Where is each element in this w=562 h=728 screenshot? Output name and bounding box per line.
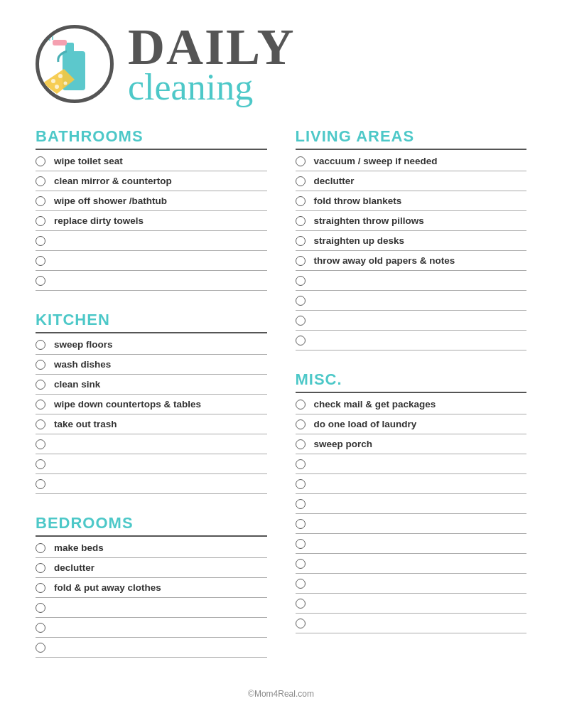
empty-checklist-item (296, 594, 527, 614)
svg-point-5 (58, 74, 63, 78)
checklist-item[interactable]: throw away old papers & notes (296, 251, 527, 271)
item-label: straighten throw pillows (314, 215, 424, 226)
empty-checklist-item (36, 434, 267, 454)
check-circle[interactable] (36, 236, 45, 246)
check-circle[interactable] (296, 400, 306, 410)
check-circle[interactable] (36, 256, 45, 266)
checklist-item[interactable]: wipe off shower /bathtub (36, 191, 267, 211)
empty-checklist-item (36, 638, 267, 658)
check-circle[interactable] (296, 296, 306, 306)
checklist-item[interactable]: vaccuum / sweep if needed (296, 151, 527, 171)
checklist-item[interactable]: declutter (296, 171, 527, 191)
checklist-item[interactable]: do one load of laundry (296, 414, 527, 434)
check-circle[interactable] (296, 499, 306, 509)
check-circle[interactable] (36, 479, 45, 489)
svg-point-6 (55, 85, 59, 89)
check-circle[interactable] (296, 459, 306, 469)
check-circle[interactable] (296, 579, 306, 589)
check-circle[interactable] (296, 216, 306, 226)
check-circle[interactable] (36, 419, 45, 429)
check-circle[interactable] (36, 380, 45, 390)
check-circle[interactable] (296, 316, 306, 326)
section-misc: MISC.check mail & get packagesdo one loa… (296, 370, 527, 633)
item-label: straighten up desks (314, 235, 405, 246)
check-circle[interactable] (36, 543, 45, 553)
item-label: check mail & get packages (314, 399, 436, 410)
checklist-item[interactable]: straighten throw pillows (296, 211, 527, 231)
check-circle[interactable] (36, 459, 45, 469)
check-circle[interactable] (296, 479, 306, 489)
checklist-item[interactable]: clean sink (36, 375, 267, 395)
logo-circle (36, 25, 114, 103)
checklist-item[interactable]: wipe toilet seat (36, 151, 267, 171)
check-circle[interactable] (36, 643, 45, 653)
check-circle[interactable] (296, 439, 306, 449)
checklist-item[interactable]: clean mirror & countertop (36, 171, 267, 191)
empty-checklist-item (296, 574, 527, 594)
item-label: wipe off shower /bathtub (54, 196, 167, 206)
empty-checklist-item (296, 311, 527, 331)
check-circle[interactable] (296, 176, 306, 186)
empty-checklist-item (296, 291, 527, 311)
check-circle[interactable] (36, 176, 45, 186)
check-circle[interactable] (36, 439, 45, 449)
checklist-item[interactable]: take out trash (36, 414, 267, 434)
check-circle[interactable] (36, 216, 45, 226)
checklist-item[interactable]: replace dirty towels (36, 211, 267, 231)
left-column: BATHROOMSwipe toilet seatclean mirror & … (36, 127, 267, 678)
check-circle[interactable] (296, 236, 306, 246)
svg-rect-2 (53, 40, 67, 46)
section-title-kitchen: KITCHEN (36, 311, 267, 333)
check-circle[interactable] (296, 336, 306, 346)
check-circle[interactable] (296, 419, 306, 429)
empty-checklist-item (296, 494, 527, 514)
checklist-item[interactable]: fold & put away clothes (36, 578, 267, 598)
check-circle[interactable] (36, 340, 45, 350)
header: DAILY cleaning (36, 21, 526, 106)
item-label: sweep porch (314, 439, 373, 449)
item-label: replace dirty towels (54, 215, 144, 226)
svg-line-8 (43, 37, 46, 43)
checklist-item[interactable]: wipe down countertops & tables (36, 395, 267, 414)
check-circle[interactable] (36, 276, 45, 286)
empty-checklist-item (36, 251, 267, 271)
check-circle[interactable] (36, 196, 45, 206)
check-circle[interactable] (296, 156, 306, 166)
check-circle[interactable] (36, 400, 45, 410)
title-cleaning: cleaning (128, 69, 295, 106)
item-label: declutter (54, 562, 94, 573)
checklist-item[interactable]: sweep porch (296, 434, 527, 454)
checklist-item[interactable]: fold throw blankets (296, 191, 527, 211)
empty-checklist-item (296, 614, 527, 633)
check-circle[interactable] (296, 559, 306, 569)
check-circle[interactable] (36, 623, 45, 633)
check-circle[interactable] (296, 539, 306, 549)
checklist-item[interactable]: make beds (36, 538, 267, 558)
svg-point-4 (51, 79, 55, 83)
section-bedrooms: BEDROOMSmake bedsdeclutterfold & put awa… (36, 514, 267, 658)
checklist-item[interactable]: sweep floors (36, 335, 267, 355)
item-label: do one load of laundry (314, 419, 417, 429)
checklist-item[interactable]: wash dishes (36, 355, 267, 375)
check-circle[interactable] (296, 276, 306, 286)
empty-checklist-item (36, 618, 267, 638)
check-circle[interactable] (36, 156, 45, 166)
check-circle[interactable] (296, 599, 306, 609)
check-circle[interactable] (36, 603, 45, 613)
checklist-item[interactable]: declutter (36, 558, 267, 578)
checklist-item[interactable]: check mail & get packages (296, 395, 527, 414)
item-label: clean mirror & countertop (54, 176, 172, 186)
item-label: declutter (314, 176, 355, 186)
empty-checklist-item (296, 514, 527, 534)
check-circle[interactable] (296, 619, 306, 628)
check-circle[interactable] (36, 360, 45, 370)
check-circle[interactable] (296, 256, 306, 266)
check-circle[interactable] (296, 519, 306, 529)
checklist-item[interactable]: straighten up desks (296, 231, 527, 251)
empty-checklist-item (296, 454, 527, 474)
check-circle[interactable] (36, 583, 45, 593)
check-circle[interactable] (296, 196, 306, 206)
check-circle[interactable] (36, 563, 45, 573)
empty-checklist-item (36, 231, 267, 251)
item-label: wash dishes (54, 359, 111, 370)
